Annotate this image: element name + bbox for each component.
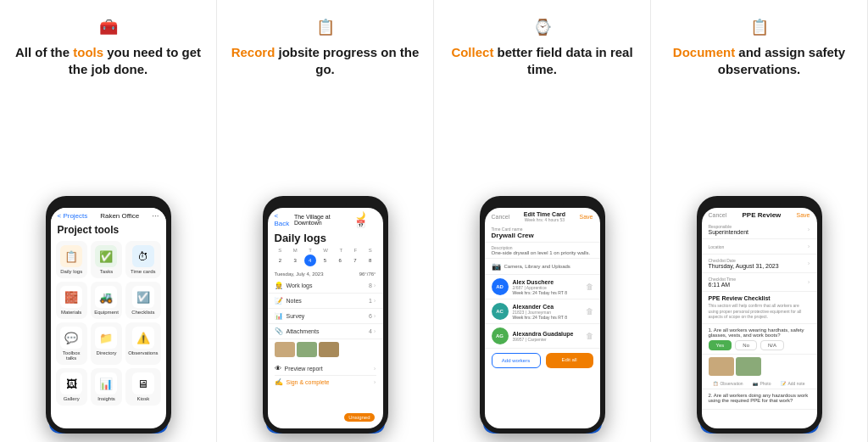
attachments-arrow: › (374, 327, 376, 335)
p1-observations[interactable]: ⚠️ Observations (125, 322, 160, 365)
p4-obs-observation[interactable]: 📋 Observation (713, 381, 743, 386)
p2-cal-header: SMTWTFS (273, 248, 378, 253)
p1-gallery[interactable]: 🖼 Gallery (56, 368, 87, 406)
p1-topbar: < Projects Raken Office ··· (51, 208, 166, 222)
p4-photos (702, 355, 817, 378)
p1-toolbox[interactable]: 💬 Toolbox talks (56, 322, 87, 365)
p4-time-arrow: › (808, 278, 810, 286)
p1-materials[interactable]: 🧱 Materials (56, 282, 87, 319)
panel2-icon: 📋 (314, 15, 337, 39)
phone-screen-2: < Back The Village at Downtown 🌙 📅 Daily… (268, 208, 383, 428)
p3-worker-hours-ac: Week hrs: 24 Today hrs RT 8 (513, 315, 586, 320)
time-cards-label: Time cards (131, 269, 155, 274)
p4-responsible-field: Responsible Superintendent › (702, 221, 817, 239)
p4-location-field[interactable]: Location › (702, 239, 817, 255)
survey-arrow: › (374, 312, 376, 320)
p2-attachments[interactable]: 📎 Attachments 4 › (268, 324, 383, 339)
p4-date-arrow: › (808, 260, 810, 267)
p4-responsible-arrow: › (808, 226, 810, 233)
p3-worker-name-ag: Alexandra Guadalupe (513, 331, 586, 337)
p4-cl-title: PPE Review Checklist (709, 295, 810, 301)
p1-office: Raken Office (100, 212, 139, 220)
phone-wrapper-2: < Back The Village at Downtown 🌙 📅 Daily… (258, 86, 393, 434)
p3-desc-value[interactable]: One-side drywall on level 1 on priority … (492, 250, 593, 255)
materials-label: Materials (61, 310, 81, 315)
cal-day-3[interactable]: 3 (289, 255, 301, 266)
p4-time-val[interactable]: 6:11 AM (709, 282, 808, 288)
cal-day-4[interactable]: 4 (304, 255, 316, 266)
p4-photo-2[interactable] (736, 357, 761, 376)
p1-checklists[interactable]: ☑️ Checklists (125, 282, 160, 319)
p4-q1-no[interactable]: No (735, 340, 757, 350)
panel4-icon: 📋 (748, 15, 771, 39)
cal-day-2[interactable]: 2 (274, 255, 286, 266)
p3-worker-ac: AC Alexander Cea 21823 | Journeyman Week… (485, 299, 600, 324)
p1-equipment[interactable]: 🚜 Equipment (91, 282, 122, 319)
p3-worker-ag: AG Alexandra Guadalupe 39957 | Carpenter… (485, 324, 600, 349)
p1-kiosk[interactable]: 🖥 Kiosk (125, 368, 160, 406)
p1-insights[interactable]: 📊 Insights (91, 368, 122, 406)
p4-responsible-val[interactable]: Superintendent (709, 229, 808, 235)
survey-count: 6 (369, 313, 372, 319)
phone-1: < Projects Raken Office ··· Project tool… (46, 196, 171, 434)
p4-q1-yes[interactable]: Yes (709, 340, 732, 350)
p4-date-val[interactable]: Thursday, August 31, 2023 (709, 263, 808, 269)
cal-day-5[interactable]: 5 (319, 255, 331, 266)
p3-worker-ad: AD Alex Duschere 2/687 | Apprentice Week… (485, 275, 600, 299)
p3-save-btn[interactable]: Save (580, 214, 593, 220)
panel3-icon: ⌚ (531, 15, 554, 39)
gallery-icon: 🖼 (60, 372, 82, 394)
observations-icon: ⚠️ (132, 327, 154, 349)
observations-label: Observations (128, 350, 158, 355)
p3-edit-all-btn[interactable]: Edit all (546, 353, 593, 368)
p1-back[interactable]: < Projects (58, 212, 88, 220)
p3-trash-ag[interactable]: 🗑 (586, 332, 593, 340)
p2-sign[interactable]: ✍️ Sign & complete › (275, 376, 376, 389)
sign-label: Sign & complete (287, 379, 374, 385)
p3-cardname-value[interactable]: Drywall Crew (492, 232, 593, 239)
p3-trash-ad[interactable]: 🗑 (586, 283, 593, 291)
p3-trash-ac[interactable]: 🗑 (586, 307, 593, 316)
p4-cancel-btn[interactable]: Cancel (709, 212, 727, 218)
p4-q2-text: 2. Are all workers doing any hazardous w… (709, 393, 810, 403)
materials-icon: 🧱 (60, 286, 82, 308)
cal-day-6[interactable]: 6 (334, 255, 346, 266)
p2-preview[interactable]: 👁 Preview report › (275, 362, 376, 376)
p4-obs-note[interactable]: 📝 Add note (781, 381, 804, 386)
phone-notch-2 (304, 201, 347, 208)
p2-worklogs[interactable]: 👷 Work logs 8 › (268, 278, 383, 294)
p4-location-left: Location (709, 244, 808, 249)
p2-icons: 🌙 📅 (356, 211, 376, 228)
phone-screen-4: Cancel PPE Review Save Responsible Super… (702, 208, 817, 428)
p1-daily-logs[interactable]: 📋 Daily logs (56, 241, 87, 278)
sign-icon: ✍️ (275, 378, 283, 386)
tasks-label: Tasks (100, 269, 113, 274)
p4-obs-photo[interactable]: 📷 Photo (753, 381, 771, 386)
equipment-label: Equipment (94, 310, 119, 315)
p3-cancel-btn[interactable]: Cancel (492, 214, 510, 220)
cal-day-7[interactable]: 7 (349, 255, 361, 266)
p1-tasks[interactable]: ✅ Tasks (91, 241, 122, 278)
sign-arrow: › (374, 378, 376, 386)
p4-q1-na[interactable]: N/A (760, 340, 784, 350)
p2-back[interactable]: < Back (275, 212, 294, 227)
p2-survey[interactable]: 📊 Survey 6 › (268, 309, 383, 324)
p1-time-cards[interactable]: ⏱ Time cards (125, 241, 160, 278)
p3-camera-row[interactable]: 📷 Camera, Library and Uploads (485, 259, 600, 275)
cal-day-8[interactable]: 8 (364, 255, 376, 266)
insights-icon: 📊 (95, 372, 117, 394)
preview-arrow: › (374, 365, 376, 372)
p4-save-btn[interactable]: Save (797, 212, 810, 218)
p2-calendar: SMTWTFS 2 3 4 5 6 7 8 (268, 248, 383, 270)
p3-worker-name-ad: Alex Duschere (513, 279, 586, 285)
p2-notes[interactable]: 📝 Notes 1 › (268, 294, 383, 309)
p3-add-workers-btn[interactable]: Add workers (492, 353, 541, 368)
thumb-2 (297, 342, 317, 357)
p2-topbar: < Back The Village at Downtown 🌙 📅 (268, 208, 383, 230)
p4-photo-1[interactable] (709, 357, 734, 376)
p1-more[interactable]: ··· (152, 211, 159, 221)
notes-label: Notes (287, 298, 369, 304)
p1-directory[interactable]: 📁 Directory (91, 322, 122, 365)
p3-subtitle: Week hrs: 4 hours 53 (524, 217, 565, 222)
kiosk-label: Kiosk (136, 396, 149, 401)
